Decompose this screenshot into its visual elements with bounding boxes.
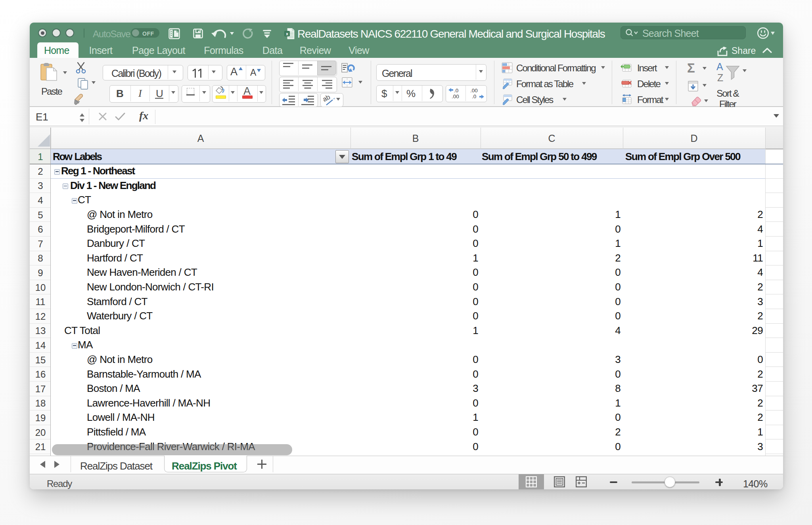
svg-text:.00: .00 xyxy=(452,94,459,99)
svg-text:Z: Z xyxy=(717,72,723,83)
svg-text:.00: .00 xyxy=(470,88,478,94)
svg-text:A: A xyxy=(716,62,723,72)
svg-text:.0: .0 xyxy=(472,94,476,99)
svg-text:x: x xyxy=(286,31,289,36)
svg-text:.0: .0 xyxy=(454,88,458,94)
